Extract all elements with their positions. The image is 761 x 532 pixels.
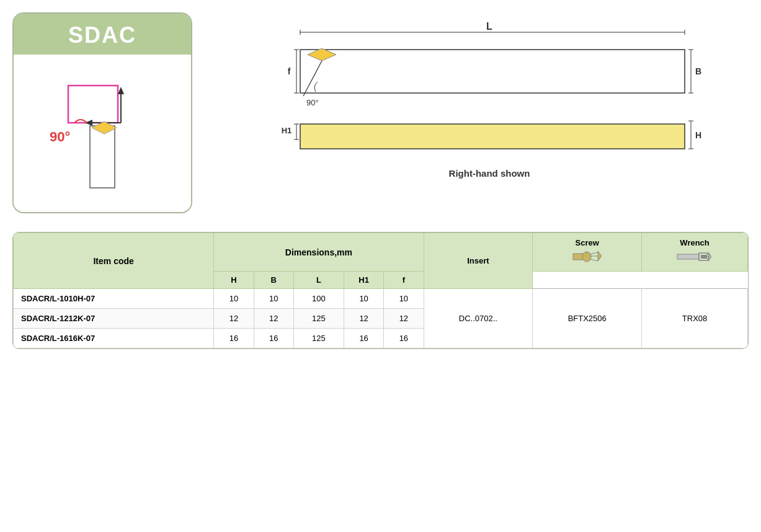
item-code-cell: SDACR/L-1010H-07 <box>14 289 214 309</box>
top-section: SDAC 90° <box>12 12 749 213</box>
h1-cell: 16 <box>344 329 384 348</box>
svg-text:90°: 90° <box>50 129 70 144</box>
svg-rect-5 <box>90 126 115 188</box>
h-cell: 12 <box>214 309 254 329</box>
svg-rect-41 <box>677 254 699 259</box>
l-cell: 125 <box>293 309 344 329</box>
col-header-h: H <box>214 272 254 289</box>
diagram-right: L f B 90° H1 <box>217 12 749 205</box>
svg-text:B: B <box>695 66 701 76</box>
f-cell: 16 <box>384 329 424 348</box>
svg-marker-40 <box>598 251 602 261</box>
svg-rect-20 <box>300 50 685 93</box>
item-code-cell: SDACR/L-1616K-07 <box>14 329 214 348</box>
screw-label: Screw <box>536 238 638 247</box>
svg-point-45 <box>708 256 710 258</box>
svg-text:f: f <box>287 66 290 76</box>
wrench-icon <box>646 247 744 266</box>
svg-line-37 <box>590 252 598 254</box>
h1-cell: 10 <box>344 289 384 309</box>
h-cell: 16 <box>214 329 254 348</box>
tool-card: SDAC 90° <box>12 12 192 213</box>
h1-cell: 12 <box>344 309 384 329</box>
svg-text:H: H <box>695 130 701 140</box>
col-header-insert: Insert <box>424 233 533 289</box>
tool-diagram-svg: 90° <box>31 67 174 197</box>
product-table: Item code Dimensions,mm Insert Screw <box>13 233 748 348</box>
col-header-f: f <box>384 272 424 289</box>
table-body: SDACR/L-1010H-0710101001010DC..0702..BFT… <box>14 289 748 348</box>
svg-rect-32 <box>300 124 685 149</box>
screw-icon <box>536 247 638 266</box>
svg-text:Right-hand shown: Right-hand shown <box>448 168 530 179</box>
svg-text:90°: 90° <box>306 98 319 107</box>
svg-marker-2 <box>118 87 124 94</box>
item-code-cell: SDACR/L-1212K-07 <box>14 309 214 329</box>
table-row: SDACR/L-1010H-0710101001010DC..0702..BFT… <box>14 289 748 309</box>
svg-rect-0 <box>68 86 118 123</box>
data-table-section: Item code Dimensions,mm Insert Screw <box>12 232 749 349</box>
card-header: SDAC <box>14 14 191 55</box>
wrench-label: Wrench <box>646 238 744 247</box>
col-header-l: L <box>293 272 344 289</box>
f-cell: 10 <box>384 289 424 309</box>
h-cell: 10 <box>214 289 254 309</box>
table-header-row-1: Item code Dimensions,mm Insert Screw <box>14 233 748 272</box>
col-header-wrench: Wrench <box>642 233 748 272</box>
insert-cell: DC..0702.. <box>424 289 533 348</box>
b-cell: 12 <box>254 309 293 329</box>
dimension-diagram-svg: L f B 90° H1 <box>251 19 716 205</box>
col-header-item-code: Item code <box>14 233 214 289</box>
l-cell: 125 <box>293 329 344 348</box>
l-cell: 100 <box>293 289 344 309</box>
svg-text:L: L <box>486 21 492 32</box>
b-cell: 16 <box>254 329 293 348</box>
col-header-h1: H1 <box>344 272 384 289</box>
card-body: 90° <box>14 55 191 212</box>
screw-cell: BFTX2506 <box>533 289 642 348</box>
col-header-screw: Screw <box>533 233 642 272</box>
col-header-b: B <box>254 272 293 289</box>
svg-line-39 <box>590 259 598 261</box>
f-cell: 12 <box>384 309 424 329</box>
svg-text:H1: H1 <box>281 126 291 135</box>
card-title: SDAC <box>68 22 136 48</box>
b-cell: 10 <box>254 289 293 309</box>
wrench-cell: TRX08 <box>642 289 748 348</box>
col-header-dimensions: Dimensions,mm <box>214 233 424 272</box>
